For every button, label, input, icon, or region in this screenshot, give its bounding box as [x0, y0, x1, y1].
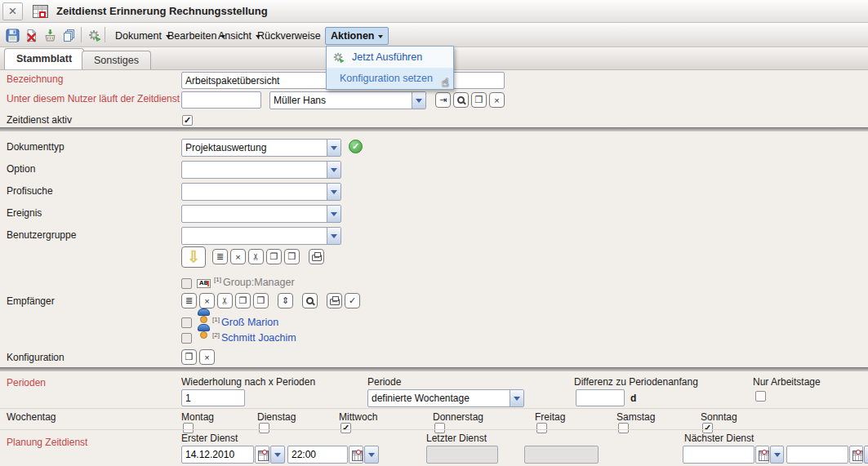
goto-button[interactable]: ⇥ — [435, 92, 451, 108]
samstag-checkbox[interactable] — [618, 423, 629, 433]
option-select-value — [182, 162, 327, 178]
select-all-button[interactable]: ≣ — [181, 293, 197, 308]
menu-item-jetzt-ausfuehren[interactable]: Jetzt Ausführen — [327, 47, 453, 68]
chevron-down-icon[interactable] — [770, 446, 784, 464]
save-button[interactable] — [3, 26, 21, 44]
search-button[interactable] — [302, 293, 318, 308]
mittwoch-checkbox[interactable]: ✓ — [341, 423, 351, 433]
toolbar-separator — [105, 27, 105, 42]
recipient-checkbox[interactable] — [181, 317, 192, 328]
periode-select[interactable]: definierte Wochentage — [367, 389, 524, 407]
tab-stammblatt[interactable]: Stammblatt — [4, 48, 84, 69]
calendar-picker-icon[interactable] — [849, 446, 863, 464]
add-down-button[interactable]: ⇩ — [181, 246, 206, 268]
delete-document-button[interactable] — [22, 26, 40, 44]
freitag-checkbox[interactable] — [536, 423, 547, 433]
aktiv-checkbox[interactable]: ✓ — [182, 115, 193, 126]
select-all-button[interactable]: ≣ — [212, 249, 228, 264]
big-down-arrow-icon: ⇩ — [187, 248, 200, 265]
group-item-name: Group:Manager — [223, 277, 295, 288]
confirm-button[interactable]: ✓ — [345, 293, 360, 308]
nur-arbeitstage-checkbox[interactable] — [755, 391, 766, 402]
chevron-down-icon[interactable] — [270, 446, 285, 464]
menu-bearbeiten-label: Bearbeiten — [167, 30, 216, 42]
chevron-down-icon — [378, 35, 383, 41]
import-basket-button[interactable] — [41, 26, 59, 44]
chevron-down-icon — [327, 140, 341, 156]
sort-icon: ⇕ — [282, 295, 289, 306]
menu-rueckverweise[interactable]: Rückverweise — [251, 27, 336, 45]
cut-icon: ✂ — [251, 253, 261, 260]
chevron-down-icon[interactable] — [864, 446, 868, 464]
field-label-letzter-dienst: Letzter Dienst — [426, 433, 487, 444]
nutzer-select[interactable]: Müller Hans — [269, 91, 426, 109]
remove-button[interactable]: × — [199, 293, 215, 308]
chevron-down-icon[interactable] — [364, 446, 379, 464]
benutzergruppe-select[interactable] — [181, 227, 341, 245]
differenz-input[interactable] — [576, 389, 625, 406]
search-icon — [306, 297, 314, 304]
menu-item-label: Jetzt Ausführen — [352, 51, 422, 63]
calendar-picker-icon[interactable] — [255, 446, 269, 464]
paste-button[interactable]: ❒ — [253, 293, 269, 308]
clear-button[interactable]: × — [489, 92, 505, 108]
nutzer-input[interactable] — [181, 91, 261, 109]
recipient-checkbox[interactable] — [181, 333, 192, 344]
naechster-dienst-date-input[interactable] — [683, 446, 754, 464]
cut-button[interactable]: ✂ — [217, 293, 233, 308]
field-label-wochentag: Wochentag — [7, 411, 56, 423]
profisuche-select[interactable] — [181, 183, 341, 201]
run-gear-button[interactable] — [85, 26, 103, 44]
dienstag-checkbox[interactable] — [259, 423, 269, 433]
print-icon — [330, 299, 340, 305]
naechster-dienst-time-input[interactable] — [786, 446, 848, 464]
dokumenttyp-select[interactable]: Projektauswertung — [181, 139, 341, 157]
calendar-picker-icon[interactable] — [755, 446, 769, 464]
day-label-samstag: Samstag — [617, 411, 655, 423]
close-button[interactable]: × — [2, 2, 23, 20]
hand-cursor-icon: ☝ — [442, 76, 449, 89]
delete-document-icon — [24, 29, 38, 42]
copy-document-button[interactable] — [60, 26, 78, 44]
group-item-checkbox[interactable] — [181, 278, 192, 289]
copy-button[interactable]: ❐ — [235, 293, 251, 308]
paste-button[interactable]: ❒ — [471, 92, 487, 108]
print-button[interactable] — [327, 293, 342, 308]
search-button[interactable] — [453, 92, 469, 108]
paste-button[interactable]: ❒ — [284, 249, 300, 264]
chevron-down-icon — [327, 228, 341, 244]
menu-aktionen[interactable]: Aktionen — [325, 27, 389, 45]
tab-sonstiges[interactable]: Sonstiges — [82, 51, 151, 69]
cut-button[interactable]: ✂ — [248, 249, 264, 264]
option-select[interactable] — [181, 161, 341, 179]
erster-dienst-date-input[interactable] — [181, 446, 254, 464]
nutzer-action-buttons: ⇥ ❒ × — [435, 92, 505, 108]
ereignis-select[interactable] — [181, 205, 341, 223]
recipient-link[interactable]: Groß Marion — [221, 317, 278, 328]
clear-button[interactable]: × — [199, 349, 215, 365]
erster-dienst-date — [181, 446, 285, 464]
nutzer-select-value: Müller Hans — [270, 92, 412, 109]
recipient-link[interactable]: Schmitt Joachim — [221, 332, 296, 344]
field-label-erster-dienst: Erster Dienst — [181, 433, 238, 444]
section-label-planung: Planung Zeitdienst — [7, 437, 87, 448]
calendar-picker-icon[interactable] — [349, 446, 363, 464]
erster-dienst-time — [287, 446, 379, 464]
sort-button[interactable]: ⇕ — [278, 293, 293, 308]
run-gear-icon — [332, 51, 345, 64]
copy-button[interactable]: ❐ — [266, 249, 282, 264]
wiederholung-input[interactable] — [181, 389, 245, 406]
paste-button[interactable]: ❒ — [181, 349, 197, 365]
day-label-mittwoch: Mittwoch — [339, 411, 377, 423]
titlebar: × Zeitdienst Erinnerung Rechnungsstellun… — [0, 0, 868, 23]
field-label-option: Option — [7, 163, 35, 175]
field-label-differenz: Differenz zu Periodenanfang — [574, 376, 698, 388]
close-icon: × — [9, 3, 17, 19]
paste-icon: ❒ — [288, 251, 296, 262]
naechster-dienst-time — [786, 446, 868, 464]
form-area: Bezeichnung Unter diesem Nutzer läuft de… — [0, 70, 868, 466]
menu-item-konfiguration-setzen[interactable]: Konfiguration setzen ☝ — [327, 68, 453, 89]
remove-button[interactable]: × — [230, 249, 246, 264]
print-button[interactable] — [309, 249, 324, 264]
erster-dienst-time-input[interactable] — [287, 446, 348, 464]
